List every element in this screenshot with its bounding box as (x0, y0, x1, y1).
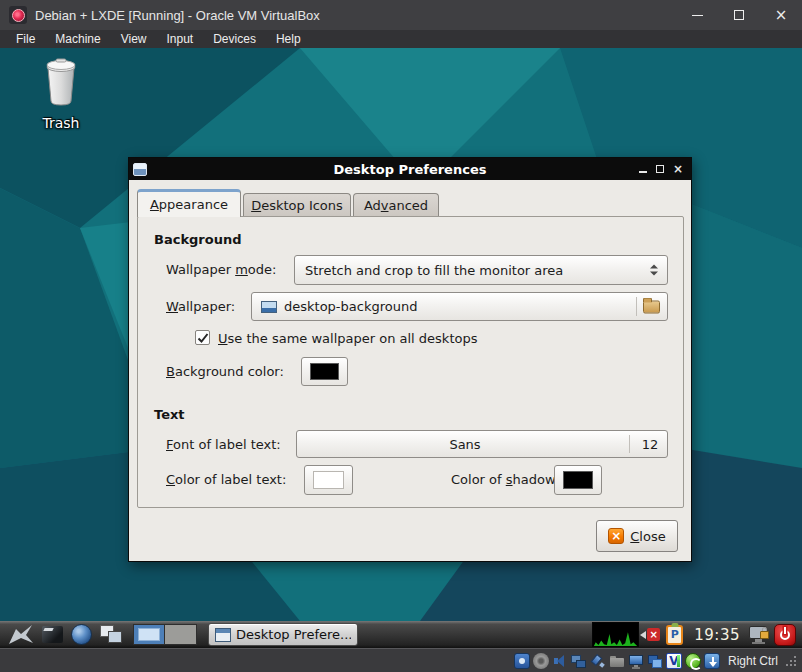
same-wallpaper-checkbox[interactable] (195, 330, 210, 345)
tab-advanced[interactable]: Advanced (353, 193, 439, 216)
taskbar-window-button[interactable]: Desktop Prefere... (208, 623, 358, 646)
status-audio-icon[interactable] (552, 653, 568, 669)
clipboard-manager-icon[interactable]: P (666, 625, 683, 645)
workspace-1-window (138, 628, 160, 641)
checkbox-check-icon (197, 332, 209, 344)
menu-item-input[interactable]: Input (157, 31, 204, 47)
same-wallpaper-label[interactable]: Use the same wallpaper on all desktops (218, 331, 477, 346)
status-mouse-integration-icon[interactable] (685, 653, 701, 669)
wallpaper-mode-value: Stretch and crop to fill the monitor are… (305, 263, 563, 278)
window-stack-icon (100, 625, 124, 645)
status-harddisk-icon[interactable] (514, 653, 530, 669)
status-features-icon[interactable]: V (666, 653, 682, 669)
menu-item-devices[interactable]: Devices (203, 31, 266, 47)
status-keyboard-capture-icon[interactable] (704, 653, 720, 669)
label-color-swatch-button[interactable] (304, 465, 353, 495)
wallpaper-label: Wallpaper: (166, 299, 235, 314)
host-window-controls: × (676, 0, 802, 30)
menu-item-help[interactable]: Help (266, 31, 311, 47)
file-manager-icon (42, 626, 63, 643)
tab-appearance[interactable]: Appearance (137, 189, 241, 217)
resize-grip[interactable] (786, 656, 796, 666)
tray-close-icon[interactable]: × (647, 628, 660, 641)
dialog-window-controls: × (639, 163, 691, 175)
wallpaper-mode-label: Wallpaper mode: (166, 262, 276, 277)
trash-label: Trash (18, 115, 104, 131)
virtualbox-logo-icon (9, 6, 27, 24)
trash-desktop-icon[interactable]: Trash (18, 58, 104, 131)
padlock-icon (760, 631, 769, 639)
cpu-monitor-graph[interactable] (592, 622, 639, 647)
text-section-heading: Text (154, 407, 185, 422)
vbox-statusbar: V Right Ctrl (0, 648, 802, 672)
background-section-heading: Background (154, 232, 242, 247)
status-usb-icon[interactable] (590, 653, 606, 669)
logout-button[interactable] (774, 624, 796, 646)
web-browser-button[interactable] (71, 624, 92, 645)
close-button[interactable]: × Close (596, 520, 678, 552)
menu-item-view[interactable]: View (111, 31, 157, 47)
lock-screen-button[interactable] (748, 625, 770, 645)
lxde-menu-button[interactable] (8, 624, 34, 645)
menu-item-machine[interactable]: Machine (45, 31, 110, 47)
shadow-color-swatch (563, 471, 593, 489)
dialog-close-icon[interactable]: × (673, 163, 683, 175)
wallpaper-mode-dropdown[interactable]: Stretch and crop to fill the monitor are… (294, 255, 668, 285)
chooser-divider (636, 297, 637, 316)
host-minimize-button[interactable] (676, 0, 718, 30)
globe-icon (71, 624, 92, 645)
font-name-value: Sans (297, 437, 633, 452)
background-color-swatch (310, 363, 339, 380)
status-network-icon[interactable] (571, 653, 587, 669)
wallpaper-thumbnail-icon (261, 301, 277, 313)
wallpaper-file-chooser[interactable]: desktop-background (251, 292, 668, 321)
status-recording-icon[interactable] (647, 653, 663, 669)
font-size-value: 12 (633, 437, 667, 452)
font-picker-button[interactable]: Sans 12 (296, 430, 668, 458)
dialog-titlebar[interactable]: Desktop Preferences × (129, 158, 691, 180)
open-folder-icon (643, 300, 660, 313)
host-key-label: Right Ctrl (728, 654, 778, 668)
file-manager-button[interactable] (42, 626, 63, 643)
workspace-1[interactable] (133, 624, 165, 645)
minimize-icon (692, 15, 703, 16)
desktop-preferences-dialog: Desktop Preferences × Appearance Desktop… (128, 157, 692, 562)
host-menubar: File Machine View Input Devices Help (0, 30, 802, 48)
host-close-button[interactable]: × (760, 0, 802, 30)
wallpaper-filename: desktop-background (284, 299, 417, 314)
host-maximize-button[interactable] (718, 0, 760, 30)
maximize-icon (734, 10, 744, 20)
tray-collapse-arrow-icon[interactable] (640, 631, 646, 639)
shadow-color-label: Color of shadow: (451, 472, 559, 487)
label-color-label: Color of label text: (166, 472, 286, 487)
virtualbox-host-window: Debian + LXDE [Running] - Oracle VM Virt… (0, 0, 802, 672)
background-color-label: Background color: (166, 364, 284, 379)
close-button-x-icon: × (608, 528, 624, 544)
font-size-divider (629, 435, 630, 453)
dialog-maximize-icon[interactable] (656, 165, 664, 173)
background-color-swatch-button[interactable] (301, 357, 348, 386)
label-color-swatch (313, 471, 344, 489)
lxde-panel: Desktop Prefere... × P 19:35 (0, 621, 802, 648)
tab-desktop-icons[interactable]: Desktop Icons (243, 193, 351, 216)
panel-clock[interactable]: 19:35 (694, 626, 740, 644)
dialog-minimize-icon[interactable] (639, 171, 647, 173)
menu-item-file[interactable]: File (6, 31, 45, 47)
workspace-2[interactable] (165, 624, 197, 645)
host-window-title: Debian + LXDE [Running] - Oracle VM Virt… (35, 8, 320, 23)
status-shared-folders-icon[interactable] (609, 653, 625, 669)
virtualbox-swirl-icon (12, 9, 25, 22)
status-optical-disc-icon[interactable] (533, 653, 549, 669)
shadow-color-swatch-button[interactable] (554, 465, 602, 495)
task-window-label: Desktop Prefere... (236, 627, 351, 642)
close-button-label: Close (630, 529, 665, 544)
font-label: Font of label text: (166, 437, 281, 452)
lxde-bird-icon (8, 624, 34, 645)
host-titlebar: Debian + LXDE [Running] - Oracle VM Virt… (0, 0, 802, 30)
dialog-title: Desktop Preferences (129, 162, 691, 177)
task-window-icon (215, 628, 231, 642)
iconify-windows-button[interactable] (100, 625, 124, 645)
trash-can-icon (43, 58, 79, 108)
status-display-icon[interactable] (628, 653, 644, 669)
combo-arrows-icon (650, 265, 658, 276)
